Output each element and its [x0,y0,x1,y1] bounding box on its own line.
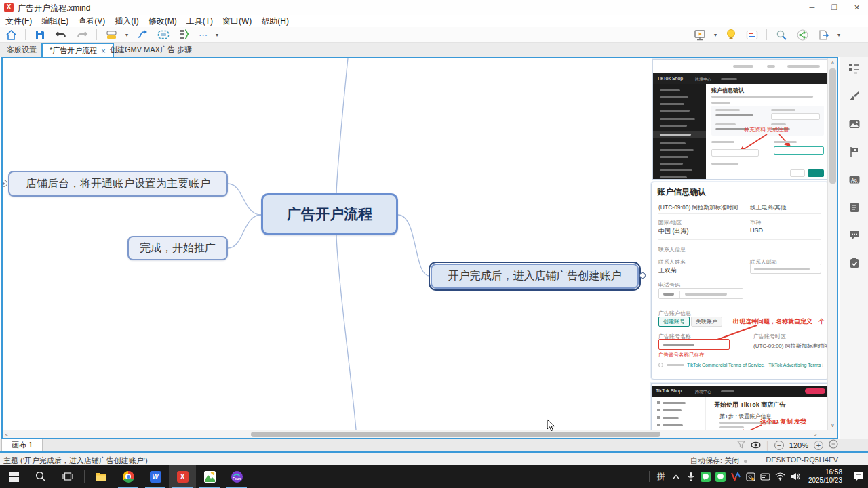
screenshot-account-confirm-page[interactable]: TikTok Shop 跨境中心 账户信息 [652,59,829,180]
video-app-icon[interactable] [728,465,743,488]
maximize-button[interactable]: ❐ [823,0,846,15]
device-card-icon[interactable] [758,465,773,488]
file-explorer-icon[interactable] [87,465,115,488]
scroll-right-icon[interactable]: > [811,430,819,439]
topic-label: 开户完成后，进入店铺广告创建账户 [448,269,622,283]
relationship-icon[interactable] [136,28,149,41]
tab-gmv-max-steps[interactable]: 创建GMV MAX广告 步骤 [103,43,199,57]
mindmap-canvas[interactable]: 店铺后台，将开通账户设置为主要账户 + 完成，开始推广 广告开户流程 开户完成后… [1,57,838,439]
tiktok-shop-logo: TikTok Shop [656,388,682,393]
insert-image-icon[interactable] [848,118,861,130]
confirm-modal: 账户信息确认 补充资料 完成注册 [706,84,829,180]
menu-window[interactable]: 窗口(W) [222,16,252,27]
svg-text:Aa: Aa [851,178,857,182]
menu-file[interactable]: 文件(F) [5,16,32,27]
founder-app-icon[interactable]: Foun [223,465,250,488]
xmind-taskbar-icon[interactable]: X [169,465,196,488]
format-brush-icon[interactable] [848,90,861,102]
page-title: 开始使用 TikTok 商店广告 [714,401,785,409]
eye-icon[interactable] [751,439,761,451]
note-panel-icon[interactable] [745,28,759,41]
start-button[interactable] [0,465,27,488]
nav-item: 跨境中心 [695,77,711,83]
share-icon[interactable] [795,28,809,41]
hidden-icons-chevron[interactable] [669,465,684,488]
sheet-tab-canvas1[interactable]: 画布 1 [1,439,43,451]
topic-shop-backend[interactable]: 店铺后台，将开通账户设置为主要账户 [8,171,228,197]
export-dropdown-icon[interactable]: ▾ [837,32,840,38]
taskbar-divider [84,470,85,483]
scroll-up-icon[interactable]: ∧ [828,58,837,67]
modal-title: 账户信息确认 [711,87,744,94]
fit-zoom-button[interactable] [829,439,838,451]
windows-taskbar: W X Foun 拼 [0,465,868,488]
wifi-icon[interactable] [773,465,788,488]
more-tools-icon[interactable]: ⋯ [199,30,208,40]
wechat-icon[interactable] [698,465,713,488]
menu-edit[interactable]: 编辑(E) [41,16,68,27]
task-clipboard-icon[interactable] [848,257,861,269]
export-icon[interactable] [816,28,830,41]
scroll-down-icon[interactable]: ∨ [828,421,837,430]
status-dot [744,460,747,463]
zoom-out-button[interactable]: − [774,441,784,450]
sticker-icon[interactable]: Aa [848,174,861,186]
zoom-in-button[interactable]: + [814,441,823,450]
outline-icon[interactable] [848,62,861,75]
marker-flag-icon[interactable] [848,146,861,158]
taskbar-search-icon[interactable] [27,465,54,488]
sheet-icon[interactable] [104,28,118,41]
search-icon[interactable] [774,28,788,41]
task-view-icon[interactable] [54,465,81,488]
chrome-icon[interactable] [115,465,142,488]
topic-open-account-selected[interactable]: 开户完成后，进入店铺广告创建账户 [431,264,639,289]
topic-finish-promote[interactable]: 完成，开始推广 [127,236,228,260]
vertical-scrollbar[interactable]: ∧ ∨ [827,58,837,430]
home-icon[interactable] [4,28,18,41]
horizontal-scrollbar[interactable]: < > [3,430,837,439]
comments-icon[interactable] [848,229,861,241]
notification-center-icon[interactable] [848,465,868,488]
scroll-left-icon[interactable]: < [3,430,11,439]
xmind-logo-icon: X [4,3,14,12]
toolbar-overflow-icon[interactable]: ▾ [216,32,218,38]
presentation-dropdown-icon[interactable]: ▾ [714,32,717,38]
notes-icon[interactable] [848,201,861,214]
presentation-icon[interactable] [693,28,707,41]
selection-handle[interactable] [639,272,646,279]
close-button[interactable]: ✕ [846,0,868,15]
minimize-button[interactable]: ─ [801,0,823,15]
horizontal-scroll-thumb[interactable] [251,432,660,437]
sheet-tab-label: 画布 1 [12,440,33,450]
tab-customer-service[interactable]: 客服设置 [0,43,44,57]
menu-help[interactable]: 帮助(H) [261,16,289,27]
filmora-icon[interactable]: W [142,465,169,488]
ime-indicator[interactable]: 拼 [654,465,669,488]
screen-capture-icon[interactable] [743,465,758,488]
topic-label: 店铺后台，将开通账户设置为主要账户 [26,177,210,191]
menu-modify[interactable]: 修改(M) [149,16,177,27]
taskbar-clock[interactable]: 16:58 2025/10/23 [803,468,848,485]
menu-insert[interactable]: 插入(I) [115,16,138,27]
lightbulb-icon[interactable] [724,28,738,41]
image-viewer-icon[interactable] [196,465,223,488]
toolbar-separator [766,29,767,40]
microphone-icon[interactable] [684,465,698,488]
screenshot-account-info-form[interactable]: 账户信息确认 (UTC-09:00) 阿拉斯加标准时间 线上电商/其他 国家/地… [651,182,829,380]
speaker-icon[interactable] [788,465,803,488]
vertical-scroll-thumb[interactable] [829,68,836,184]
boundary-icon[interactable] [157,28,170,41]
blurred-email [754,268,810,270]
save-icon[interactable] [33,28,47,41]
filter-icon[interactable] [737,439,745,451]
zoom-level: 120% [789,441,808,449]
undo-icon[interactable] [54,28,68,41]
summary-icon[interactable] [178,28,191,41]
sheet-dropdown-icon[interactable]: ▾ [125,32,128,38]
menu-view[interactable]: 查看(V) [78,16,105,27]
central-topic[interactable]: 广告开户流程 [261,193,398,235]
menu-tools[interactable]: 工具(T) [186,16,213,27]
redo-icon[interactable] [75,28,89,41]
wecom-icon[interactable] [713,465,728,488]
site-header: TikTok Shop 跨境中心 [652,386,829,396]
